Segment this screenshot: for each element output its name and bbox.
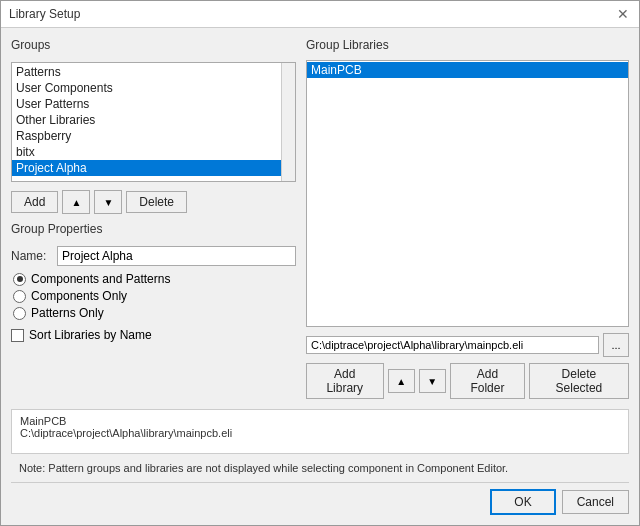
close-icon[interactable]: ✕ [615,6,631,22]
groups-label: Groups [11,38,296,52]
list-item[interactable]: Patterns [12,64,295,80]
radio-label: Components and Patterns [31,272,170,286]
list-item[interactable]: bitx [12,144,295,160]
radio-row[interactable]: Components and Patterns [13,272,296,286]
list-item[interactable]: Project Alpha [12,160,295,176]
library-buttons-row: Add Library ▲ ▼ Add Folder Delete Select… [306,363,629,399]
name-row: Name: [11,246,296,266]
browse-button[interactable]: ... [603,333,629,357]
dialog-title: Library Setup [9,7,80,21]
scrollbar [281,63,295,181]
groups-list-container: PatternsUser ComponentsUser PatternsOthe… [11,62,296,182]
info-path: C:\diptrace\project\Alpha\library\mainpc… [20,427,620,439]
path-row: ... [306,333,629,357]
delete-selected-button[interactable]: Delete Selected [529,363,629,399]
library-path-input[interactable] [306,336,599,354]
right-panel: Group Libraries MainPCB ... Add Library … [306,38,629,399]
move-down-button[interactable]: ▼ [94,190,122,214]
note-text: Note: Pattern groups and libraries are n… [19,462,508,474]
name-label: Name: [11,249,51,263]
group-libraries-list[interactable]: MainPCB [306,60,629,327]
list-item[interactable]: User Components [12,80,295,96]
add-library-button[interactable]: Add Library [306,363,384,399]
list-item[interactable]: Other Libraries [12,112,295,128]
radio-button[interactable] [13,273,26,286]
library-list-item[interactable]: MainPCB [307,62,628,78]
cancel-button[interactable]: Cancel [562,490,629,514]
library-setup-dialog: Library Setup ✕ Groups PatternsUser Comp… [0,0,640,526]
add-folder-button[interactable]: Add Folder [450,363,525,399]
move-up-button[interactable]: ▲ [62,190,90,214]
groups-list[interactable]: PatternsUser ComponentsUser PatternsOthe… [12,63,295,181]
group-properties: Name: Components and PatternsComponents … [11,246,296,342]
radio-button[interactable] [13,307,26,320]
sort-label: Sort Libraries by Name [29,328,152,342]
group-properties-label: Group Properties [11,222,296,236]
group-libraries-label: Group Libraries [306,38,629,52]
delete-group-button[interactable]: Delete [126,191,187,213]
name-input[interactable] [57,246,296,266]
list-item[interactable]: Raspberry [12,128,295,144]
group-buttons: Add ▲ ▼ Delete [11,190,296,214]
ok-button[interactable]: OK [490,489,555,515]
info-name: MainPCB [20,415,620,427]
radio-group: Components and PatternsComponents OnlyPa… [13,272,296,320]
title-bar: Library Setup ✕ [1,1,639,28]
sort-checkbox-row[interactable]: Sort Libraries by Name [11,328,296,342]
radio-button[interactable] [13,290,26,303]
left-panel: Groups PatternsUser ComponentsUser Patte… [11,38,296,399]
sort-checkbox[interactable] [11,329,24,342]
list-item[interactable]: User Patterns [12,96,295,112]
dialog-footer: OK Cancel [1,483,639,525]
radio-label: Patterns Only [31,306,104,320]
add-group-button[interactable]: Add [11,191,58,213]
radio-row[interactable]: Components Only [13,289,296,303]
info-box: MainPCB C:\diptrace\project\Alpha\librar… [11,409,629,454]
dialog-body: Groups PatternsUser ComponentsUser Patte… [1,28,639,409]
lib-move-up-button[interactable]: ▲ [388,369,415,393]
radio-row[interactable]: Patterns Only [13,306,296,320]
radio-label: Components Only [31,289,127,303]
lib-move-down-button[interactable]: ▼ [419,369,446,393]
note-box: Note: Pattern groups and libraries are n… [11,458,629,478]
